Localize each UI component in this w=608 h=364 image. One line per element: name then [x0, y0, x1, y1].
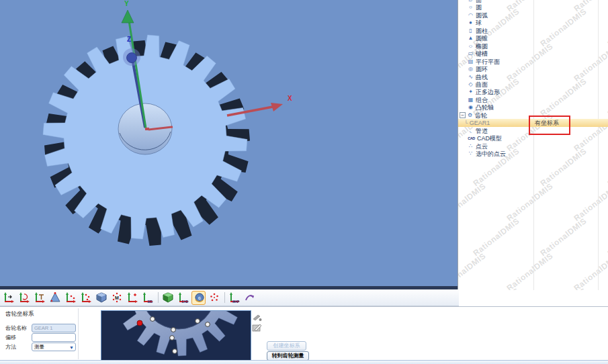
- measure-points-icon[interactable]: M: [110, 291, 124, 305]
- tree-item-torus[interactable]: ◎圆环: [458, 65, 608, 73]
- tree-item-label: 圆柱: [476, 28, 488, 34]
- goto-gear-measure-button[interactable]: 转到齿轮测量: [267, 351, 309, 361]
- polygon-icon: ✦: [467, 88, 474, 96]
- gear-csys-panel: 齿轮坐标系 齿轮名称GEAR 1偏移方法测量▼ 创建坐标系转到齿轮测量: [0, 306, 608, 361]
- create-csys-button: 创建坐标系: [267, 341, 306, 351]
- collapse-toggle-icon[interactable]: −: [460, 112, 466, 118]
- probe-path-icon[interactable]: [243, 291, 257, 305]
- tree-item-label: 圆环: [476, 66, 488, 73]
- tree-item-label: 平行平面: [476, 58, 500, 65]
- annotation-red-box: [529, 116, 570, 135]
- tree-item-arc[interactable]: ◠圆弧: [458, 11, 608, 19]
- tree-item-label: 键槽: [476, 50, 488, 57]
- tree-item-ellipse[interactable]: ○椭圆: [458, 42, 608, 50]
- csys-offset-icon[interactable]: [125, 291, 139, 305]
- edit-icon[interactable]: [252, 323, 263, 332]
- ellipse-icon: ○: [466, 43, 476, 50]
- tree-item-sphere[interactable]: ●球: [458, 19, 608, 27]
- group-icon: ▦: [467, 96, 474, 104]
- sphere-icon: ●: [467, 19, 474, 27]
- axes-points-icon[interactable]: [79, 291, 93, 305]
- svg-text:G: G: [198, 296, 201, 300]
- method-select-label: 方法: [5, 343, 16, 351]
- gear-preview-image: [101, 310, 251, 361]
- tree-item-curve[interactable]: ∿曲线: [458, 73, 608, 81]
- tree-item-label: 圆弧: [476, 12, 488, 19]
- panel-title: 齿轮坐标系: [5, 310, 34, 318]
- tree-item-label: 齿轮: [475, 112, 487, 119]
- pipe-icon: ◟: [467, 127, 474, 135]
- tree-item-parallel-planes[interactable]: ▤平行平面: [458, 58, 608, 66]
- tree-item-label: 凸轮轴: [476, 104, 494, 111]
- map-csys-icon[interactable]: MAP: [227, 291, 241, 305]
- tree-item-label: 组合: [476, 97, 488, 103]
- y-axis-label: Y: [124, 1, 129, 7]
- gear-3d-render: [0, 0, 458, 289]
- offset-field[interactable]: [32, 333, 76, 342]
- tree-item-label: GEAR1: [470, 120, 490, 126]
- probe-icon[interactable]: [252, 313, 263, 322]
- view-cube-icon[interactable]: [94, 291, 108, 305]
- x-axis-label: X: [288, 95, 292, 102]
- surface-icon: ◇: [467, 81, 474, 89]
- tree-item-cad-model[interactable]: CADCAD模型: [458, 134, 608, 142]
- tree-item-point-cloud[interactable]: ∴点云: [458, 142, 608, 150]
- csys-translate-icon[interactable]: [1, 291, 15, 305]
- parallel-planes-icon: ▤: [467, 58, 474, 66]
- feature-tree-panel: RationalDMISRationalDMISRationalDMISRati…: [458, 0, 608, 306]
- rationaldmis-window: X Y Z RationalDMISRationalDMISRationalDM…: [0, 0, 608, 364]
- gear-csys-icon[interactable]: G: [191, 291, 206, 305]
- tree-item-surface[interactable]: ◇曲面: [458, 81, 608, 89]
- form-divider: [78, 308, 79, 359]
- csys-edit-icon[interactable]: [32, 291, 46, 305]
- tree-item-cone[interactable]: ▲圆锥: [458, 34, 608, 42]
- offset-field-label: 偏移: [5, 333, 16, 342]
- method-select-value: 测量: [34, 344, 44, 350]
- tree-item-camshaft[interactable]: ◉凸轮轴: [458, 103, 608, 111]
- csys-toolbar: M321CADGMAP: [0, 289, 459, 306]
- 3d-viewport[interactable]: X Y Z: [0, 0, 458, 289]
- tree-item-label: 正多边形: [476, 89, 500, 95]
- method-select[interactable]: 测量▼: [32, 343, 76, 351]
- gear-icon: ⚙: [466, 111, 474, 120]
- svg-text:M: M: [115, 295, 119, 300]
- tree-item-selected-point-cloud[interactable]: ∵选中的点云: [458, 150, 608, 158]
- feature-tree: ▱面○圆◠圆弧●球▯圆柱▲圆锥○椭圆▭键槽▤平行平面◎圆环∿曲线◇曲面✦正多边形…: [458, 0, 608, 290]
- toolbar-separator: [158, 292, 159, 303]
- selected-point-cloud-icon: ∵: [467, 150, 474, 158]
- tree-item-group[interactable]: ▦组合: [458, 96, 608, 104]
- tree-item-label: 球: [476, 19, 482, 26]
- cad-csys-icon[interactable]: CAD: [176, 291, 190, 305]
- circle-icon: ○: [467, 3, 474, 11]
- tree-item-label: 曲面: [476, 81, 488, 88]
- z-axis-label: Z: [127, 36, 131, 43]
- align-321-icon[interactable]: [48, 291, 62, 305]
- svg-text:321: 321: [147, 300, 153, 304]
- tree-connector: └: [464, 120, 468, 126]
- arc-icon: ◠: [467, 11, 474, 19]
- jog-csys-icon[interactable]: [63, 291, 77, 305]
- point-cloud-icon: ∴: [467, 142, 474, 150]
- tree-item-label: 面: [476, 0, 482, 3]
- toolbar-separator: [224, 292, 225, 303]
- csys-321-icon[interactable]: 321: [140, 291, 155, 305]
- tree-item-label: 管道: [476, 128, 488, 134]
- csys-rotate-icon[interactable]: [17, 291, 31, 305]
- tree-item-label: 点云: [476, 143, 488, 150]
- gear-name-field: GEAR 1: [32, 324, 76, 332]
- slot-icon: ▭: [467, 50, 474, 58]
- best-fit-icon[interactable]: [161, 291, 175, 305]
- tree-item-cylinder[interactable]: ▯圆柱: [458, 27, 608, 35]
- tree-item-label: CAD模型: [477, 135, 502, 142]
- tree-item-label: 曲线: [476, 74, 488, 81]
- points-fit-icon[interactable]: [207, 291, 221, 305]
- svg-text:CAD: CAD: [181, 300, 188, 304]
- gear-name-field-label: 齿轮名称: [5, 324, 27, 332]
- tree-item-polygon[interactable]: ✦正多边形: [458, 88, 608, 96]
- tree-item-circle[interactable]: ○圆: [458, 3, 608, 11]
- tree-item-slot[interactable]: ▭键槽: [458, 50, 608, 58]
- camshaft-icon: ◉: [467, 103, 474, 111]
- dropdown-arrow-icon[interactable]: ▼: [69, 344, 74, 351]
- tree-item-label: 圆: [476, 4, 482, 11]
- cylinder-icon: ▯: [467, 27, 474, 35]
